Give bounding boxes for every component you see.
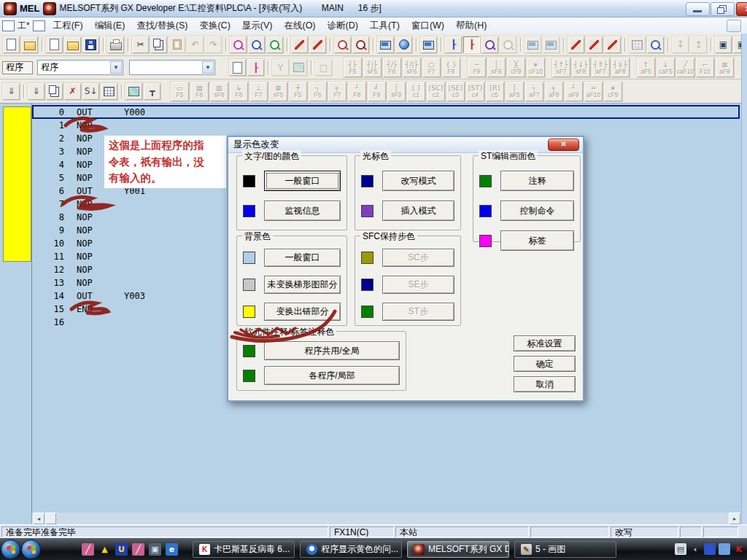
rung2-f7-button[interactable]: ╕ F7 bbox=[328, 82, 347, 101]
toolbar-button[interactable] bbox=[266, 59, 271, 76]
toolbar-button[interactable] bbox=[371, 36, 376, 53]
program-check-button[interactable] bbox=[629, 36, 646, 53]
project-tree-button[interactable] bbox=[445, 36, 462, 53]
chevron-down-icon[interactable]: ▼ bbox=[110, 61, 122, 74]
ladder-insert-button[interactable] bbox=[309, 36, 326, 53]
ladder-af7-button[interactable]: ┤⇑├ aF7 bbox=[592, 58, 610, 77]
ladder-f8-button[interactable]: { } F8 bbox=[442, 58, 460, 77]
step-run-button[interactable] bbox=[672, 36, 689, 53]
child-window-icon-2[interactable] bbox=[33, 20, 45, 31]
redo-button[interactable] bbox=[205, 36, 222, 53]
quick-launch-tool2-icon[interactable]: ╱ bbox=[132, 543, 144, 556]
convert-run-button[interactable] bbox=[28, 83, 44, 100]
toolbar-button[interactable] bbox=[309, 59, 314, 76]
minimize-button[interactable] bbox=[686, 2, 710, 16]
sfc-c4-button[interactable]: [ST] c4 bbox=[466, 82, 484, 101]
copy-button[interactable] bbox=[150, 36, 167, 53]
paste-button[interactable] bbox=[169, 36, 185, 53]
menu-item[interactable]: 编辑(E) bbox=[89, 18, 131, 34]
sfc-af9-button[interactable]: ┘ aF9 bbox=[565, 82, 583, 101]
save-project-button[interactable] bbox=[82, 36, 99, 53]
toolbar-button[interactable] bbox=[622, 36, 627, 53]
ladder-f10-button[interactable]: ⌐ F10 bbox=[696, 58, 714, 77]
program-combo[interactable]: 程序 ▼ bbox=[37, 60, 123, 75]
sfc-cf9-button[interactable]: ∗ cF9 bbox=[604, 82, 622, 101]
remote-stop-button[interactable] bbox=[543, 36, 560, 53]
restore-button[interactable] bbox=[711, 2, 735, 16]
dialog-close-button[interactable]: ✕ bbox=[548, 139, 579, 151]
device-branch-button[interactable] bbox=[272, 59, 289, 76]
step-break-button[interactable] bbox=[690, 36, 707, 53]
toolbar-button[interactable] bbox=[708, 36, 713, 53]
comment-edit-button[interactable] bbox=[229, 59, 246, 76]
pc-read-button[interactable] bbox=[395, 36, 412, 53]
mdi-restore-button[interactable] bbox=[727, 20, 741, 32]
toolbar-button[interactable] bbox=[285, 36, 290, 53]
device-skip-button[interactable] bbox=[604, 36, 621, 53]
sort-button[interactable] bbox=[82, 83, 99, 100]
pc-download-button[interactable] bbox=[420, 36, 437, 53]
quick-launch-tool1-icon[interactable]: ╱ bbox=[82, 543, 94, 556]
chevron-down-icon[interactable]: ▼ bbox=[202, 61, 214, 74]
task-melsoft[interactable]: MELSOFT系列 GX De... bbox=[407, 541, 509, 558]
quick-launch-anchor-icon[interactable]: U bbox=[115, 543, 128, 556]
quick-launch-monitor-icon[interactable]: ▣ bbox=[149, 543, 161, 556]
toolbar-button[interactable] bbox=[101, 36, 106, 53]
menu-item[interactable]: 变换(C) bbox=[193, 18, 236, 34]
menu-item[interactable]: 在线(O) bbox=[278, 18, 321, 34]
ladder-caf5-button[interactable]: ↓ caF5 bbox=[657, 58, 675, 77]
undo-button[interactable] bbox=[187, 36, 204, 53]
task-browser-question[interactable]: 程序显示黄色的问... bbox=[300, 541, 402, 558]
child-window-icon[interactable] bbox=[2, 20, 15, 31]
toolbar-button[interactable] bbox=[438, 36, 444, 53]
menu-item[interactable]: 工程(F) bbox=[47, 18, 89, 34]
sfc-af10-button[interactable]: ═ aF10 bbox=[584, 82, 603, 101]
sfc-af5-button[interactable]: │ aF5 bbox=[506, 82, 524, 101]
menu-item[interactable]: 诊断(D) bbox=[322, 18, 364, 34]
menu-item[interactable]: 显示(V) bbox=[236, 18, 279, 34]
find-button[interactable] bbox=[230, 36, 247, 53]
ladder-sf7-button[interactable]: ┤↑├ sF7 bbox=[552, 58, 570, 77]
rung-f5-button[interactable]: ▭ F5 bbox=[171, 82, 189, 101]
cancel-button[interactable]: 取消 bbox=[514, 376, 576, 392]
ladder-sf8-button[interactable]: ┤↓├ sF8 bbox=[572, 58, 590, 77]
rung-f6-button[interactable]: ▤ F6 bbox=[190, 82, 209, 101]
ladder-af8-button[interactable]: ┤⇓├ aF8 bbox=[611, 58, 630, 77]
rung-f7-button[interactable]: ⊥ F7 bbox=[249, 82, 268, 101]
quick-launch-browser-icon[interactable]: e bbox=[166, 543, 178, 556]
start-button-2[interactable] bbox=[21, 540, 41, 559]
sfc-se-step-button[interactable]: SE步 bbox=[382, 276, 454, 294]
rung2-f9-button[interactable]: ╛ F9 bbox=[368, 82, 386, 101]
rung2-f6-button[interactable]: ┐ F6 bbox=[309, 82, 327, 101]
open-project-button[interactable] bbox=[64, 36, 81, 53]
find-replace-button[interactable] bbox=[248, 36, 265, 53]
sfc-af8-button[interactable]: ╕ aF8 bbox=[545, 82, 563, 101]
toolbar-button[interactable] bbox=[39, 36, 44, 53]
ladder-symbol-button[interactable] bbox=[631, 58, 635, 77]
io-system-button[interactable] bbox=[101, 83, 117, 100]
standard-setting-button[interactable]: 标准设置 bbox=[514, 335, 576, 351]
menu-item[interactable]: 窗口(W) bbox=[406, 18, 450, 34]
sfc-sc-step-button[interactable]: SC步 bbox=[382, 249, 454, 267]
task-kaspersky[interactable]: K 卡巴斯基反病毒 6... bbox=[193, 541, 295, 558]
scroll-right-button[interactable]: ▸ bbox=[729, 513, 740, 524]
device-find-button[interactable] bbox=[266, 36, 283, 53]
toolbar-button[interactable] bbox=[21, 83, 26, 100]
st-label-button[interactable]: 标签 bbox=[500, 230, 574, 251]
toolbar-button[interactable] bbox=[665, 36, 670, 53]
toolbar-button[interactable] bbox=[414, 36, 419, 53]
monitor-find-button[interactable] bbox=[481, 36, 498, 53]
convert-all-button[interactable] bbox=[46, 83, 63, 100]
list-row[interactable]: 0 OUT Y000 bbox=[33, 106, 740, 119]
ladder-cf9-button[interactable]: ╳ cF9 bbox=[507, 58, 525, 77]
toolbar-button[interactable] bbox=[223, 36, 228, 53]
cursor-overwrite-button[interactable]: 改写模式 bbox=[382, 171, 454, 191]
quick-launch-delta-icon[interactable]: ▲ bbox=[98, 543, 111, 556]
text-normal-window-button[interactable]: 一般窗口 bbox=[264, 171, 341, 191]
rung-sf6-button[interactable]: ▥ sF6 bbox=[210, 82, 228, 101]
toolbar-button[interactable] bbox=[125, 36, 131, 53]
block-combo[interactable]: ▼ bbox=[129, 60, 215, 75]
ladder-af5-button[interactable]: ↑ aF5 bbox=[637, 58, 655, 77]
scrollbar-thumb[interactable] bbox=[45, 513, 56, 524]
list-view-button[interactable] bbox=[463, 36, 480, 53]
